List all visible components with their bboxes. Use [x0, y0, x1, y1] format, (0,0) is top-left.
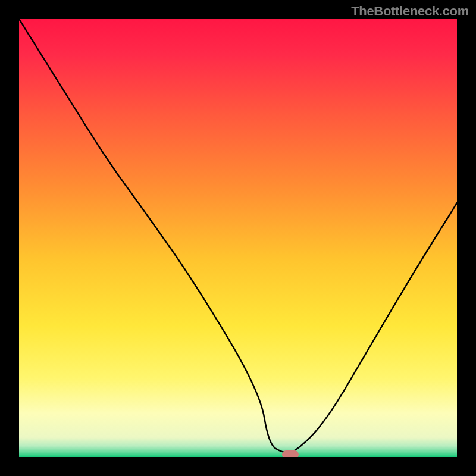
bottleneck-chart: TheBottleneck.com — [0, 0, 476, 476]
gradient-background — [19, 19, 457, 457]
plot-area — [19, 19, 457, 457]
watermark-text: TheBottleneck.com — [351, 4, 469, 19]
optimal-marker — [282, 450, 299, 457]
plot-svg — [19, 19, 457, 457]
